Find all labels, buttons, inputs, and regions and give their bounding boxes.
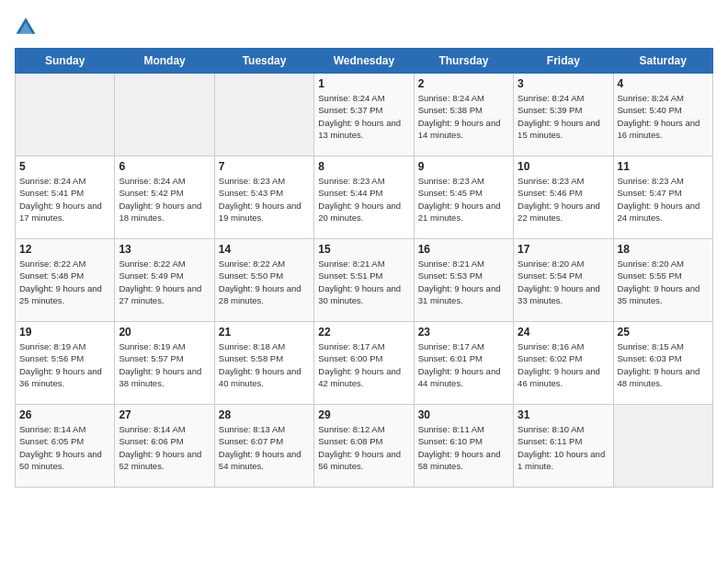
day-number: 16 xyxy=(418,243,509,256)
day-number: 28 xyxy=(219,408,310,421)
day-info: Sunrise: 8:24 AM Sunset: 5:40 PM Dayligh… xyxy=(618,92,709,141)
calendar-cell xyxy=(214,74,313,156)
calendar-cell xyxy=(613,405,712,488)
day-number: 21 xyxy=(219,326,310,339)
calendar-week-row: 26Sunrise: 8:14 AM Sunset: 6:05 PM Dayli… xyxy=(16,405,713,488)
day-number: 31 xyxy=(518,408,609,421)
calendar-cell: 8Sunrise: 8:23 AM Sunset: 5:44 PM Daylig… xyxy=(314,156,414,239)
calendar-cell: 15Sunrise: 8:21 AM Sunset: 5:51 PM Dayli… xyxy=(314,239,414,322)
calendar-cell: 31Sunrise: 8:10 AM Sunset: 6:11 PM Dayli… xyxy=(514,405,613,488)
calendar-cell: 27Sunrise: 8:14 AM Sunset: 6:06 PM Dayli… xyxy=(115,405,214,488)
calendar-header-row: SundayMondayTuesdayWednesdayThursdayFrid… xyxy=(16,49,713,74)
calendar-body: 1Sunrise: 8:24 AM Sunset: 5:37 PM Daylig… xyxy=(16,74,713,488)
day-of-week-header: Tuesday xyxy=(214,49,313,74)
day-number: 10 xyxy=(518,160,609,173)
calendar-cell: 11Sunrise: 8:23 AM Sunset: 5:47 PM Dayli… xyxy=(613,156,712,239)
day-info: Sunrise: 8:22 AM Sunset: 5:49 PM Dayligh… xyxy=(119,258,210,306)
calendar-week-row: 1Sunrise: 8:24 AM Sunset: 5:37 PM Daylig… xyxy=(16,74,713,156)
day-info: Sunrise: 8:23 AM Sunset: 5:44 PM Dayligh… xyxy=(318,175,409,224)
calendar-cell: 13Sunrise: 8:22 AM Sunset: 5:49 PM Dayli… xyxy=(115,239,214,322)
day-info: Sunrise: 8:21 AM Sunset: 5:51 PM Dayligh… xyxy=(318,258,409,306)
day-info: Sunrise: 8:19 AM Sunset: 5:57 PM Dayligh… xyxy=(119,340,210,389)
day-number: 20 xyxy=(119,326,210,339)
day-number: 30 xyxy=(418,408,509,421)
day-info: Sunrise: 8:21 AM Sunset: 5:53 PM Dayligh… xyxy=(418,258,509,306)
day-number: 3 xyxy=(518,77,609,90)
day-info: Sunrise: 8:24 AM Sunset: 5:42 PM Dayligh… xyxy=(119,175,210,224)
day-info: Sunrise: 8:17 AM Sunset: 6:00 PM Dayligh… xyxy=(318,340,409,389)
day-number: 25 xyxy=(618,326,709,339)
calendar-cell: 3Sunrise: 8:24 AM Sunset: 5:39 PM Daylig… xyxy=(514,74,613,156)
day-number: 4 xyxy=(618,77,709,90)
calendar-cell: 16Sunrise: 8:21 AM Sunset: 5:53 PM Dayli… xyxy=(414,239,513,322)
day-info: Sunrise: 8:23 AM Sunset: 5:45 PM Dayligh… xyxy=(418,175,509,224)
day-of-week-header: Monday xyxy=(115,49,214,74)
calendar-cell: 10Sunrise: 8:23 AM Sunset: 5:46 PM Dayli… xyxy=(514,156,613,239)
calendar-cell xyxy=(115,74,214,156)
calendar-cell: 21Sunrise: 8:18 AM Sunset: 5:58 PM Dayli… xyxy=(214,322,313,405)
day-of-week-header: Sunday xyxy=(16,49,115,74)
calendar-cell: 22Sunrise: 8:17 AM Sunset: 6:00 PM Dayli… xyxy=(314,322,414,405)
day-info: Sunrise: 8:19 AM Sunset: 5:56 PM Dayligh… xyxy=(19,340,110,389)
day-number: 26 xyxy=(19,408,110,421)
day-number: 1 xyxy=(318,77,409,90)
day-info: Sunrise: 8:24 AM Sunset: 5:39 PM Dayligh… xyxy=(518,92,609,141)
calendar-cell xyxy=(16,74,115,156)
day-number: 6 xyxy=(119,160,210,173)
calendar-week-row: 5Sunrise: 8:24 AM Sunset: 5:41 PM Daylig… xyxy=(16,156,713,239)
day-number: 5 xyxy=(19,160,110,173)
calendar-cell: 18Sunrise: 8:20 AM Sunset: 5:55 PM Dayli… xyxy=(613,239,712,322)
calendar-cell: 2Sunrise: 8:24 AM Sunset: 5:38 PM Daylig… xyxy=(414,74,513,156)
calendar-cell: 17Sunrise: 8:20 AM Sunset: 5:54 PM Dayli… xyxy=(514,239,613,322)
day-number: 18 xyxy=(618,243,709,256)
calendar-cell: 23Sunrise: 8:17 AM Sunset: 6:01 PM Dayli… xyxy=(414,322,513,405)
calendar-cell: 7Sunrise: 8:23 AM Sunset: 5:43 PM Daylig… xyxy=(214,156,313,239)
day-info: Sunrise: 8:22 AM Sunset: 5:50 PM Dayligh… xyxy=(219,258,310,306)
day-info: Sunrise: 8:24 AM Sunset: 5:37 PM Dayligh… xyxy=(318,92,409,141)
day-info: Sunrise: 8:13 AM Sunset: 6:07 PM Dayligh… xyxy=(219,423,310,472)
day-number: 17 xyxy=(518,243,609,256)
day-info: Sunrise: 8:22 AM Sunset: 5:48 PM Dayligh… xyxy=(19,258,110,306)
day-number: 19 xyxy=(19,326,110,339)
calendar-cell: 29Sunrise: 8:12 AM Sunset: 6:08 PM Dayli… xyxy=(314,405,414,488)
day-info: Sunrise: 8:18 AM Sunset: 5:58 PM Dayligh… xyxy=(219,340,310,389)
calendar-cell: 1Sunrise: 8:24 AM Sunset: 5:37 PM Daylig… xyxy=(314,74,414,156)
day-number: 2 xyxy=(418,77,509,90)
day-number: 22 xyxy=(318,326,409,339)
logo-icon xyxy=(15,15,37,37)
day-info: Sunrise: 8:23 AM Sunset: 5:47 PM Dayligh… xyxy=(618,175,709,224)
day-of-week-header: Wednesday xyxy=(314,49,414,74)
day-number: 13 xyxy=(119,243,210,256)
calendar-cell: 26Sunrise: 8:14 AM Sunset: 6:05 PM Dayli… xyxy=(16,405,115,488)
calendar-table: SundayMondayTuesdayWednesdayThursdayFrid… xyxy=(15,48,713,488)
calendar-cell: 5Sunrise: 8:24 AM Sunset: 5:41 PM Daylig… xyxy=(16,156,115,239)
day-info: Sunrise: 8:14 AM Sunset: 6:06 PM Dayligh… xyxy=(119,423,210,472)
calendar-cell: 14Sunrise: 8:22 AM Sunset: 5:50 PM Dayli… xyxy=(214,239,313,322)
calendar-cell: 30Sunrise: 8:11 AM Sunset: 6:10 PM Dayli… xyxy=(414,405,513,488)
day-number: 23 xyxy=(418,326,509,339)
calendar-cell: 6Sunrise: 8:24 AM Sunset: 5:42 PM Daylig… xyxy=(115,156,214,239)
day-info: Sunrise: 8:24 AM Sunset: 5:38 PM Dayligh… xyxy=(418,92,509,141)
calendar-cell: 24Sunrise: 8:16 AM Sunset: 6:02 PM Dayli… xyxy=(514,322,613,405)
calendar-cell: 19Sunrise: 8:19 AM Sunset: 5:56 PM Dayli… xyxy=(16,322,115,405)
day-number: 27 xyxy=(119,408,210,421)
calendar-cell: 4Sunrise: 8:24 AM Sunset: 5:40 PM Daylig… xyxy=(613,74,712,156)
calendar-cell: 20Sunrise: 8:19 AM Sunset: 5:57 PM Dayli… xyxy=(115,322,214,405)
day-info: Sunrise: 8:20 AM Sunset: 5:54 PM Dayligh… xyxy=(518,258,609,306)
day-of-week-header: Saturday xyxy=(613,49,712,74)
day-info: Sunrise: 8:24 AM Sunset: 5:41 PM Dayligh… xyxy=(19,175,110,224)
calendar-cell: 25Sunrise: 8:15 AM Sunset: 6:03 PM Dayli… xyxy=(613,322,712,405)
logo xyxy=(15,15,40,37)
day-number: 14 xyxy=(219,243,310,256)
day-info: Sunrise: 8:16 AM Sunset: 6:02 PM Dayligh… xyxy=(518,340,609,389)
day-number: 24 xyxy=(518,326,609,339)
day-info: Sunrise: 8:23 AM Sunset: 5:46 PM Dayligh… xyxy=(518,175,609,224)
calendar-week-row: 12Sunrise: 8:22 AM Sunset: 5:48 PM Dayli… xyxy=(16,239,713,322)
day-info: Sunrise: 8:14 AM Sunset: 6:05 PM Dayligh… xyxy=(19,423,110,472)
calendar-cell: 9Sunrise: 8:23 AM Sunset: 5:45 PM Daylig… xyxy=(414,156,513,239)
day-info: Sunrise: 8:23 AM Sunset: 5:43 PM Dayligh… xyxy=(219,175,310,224)
calendar-cell: 12Sunrise: 8:22 AM Sunset: 5:48 PM Dayli… xyxy=(16,239,115,322)
day-of-week-header: Friday xyxy=(514,49,613,74)
day-info: Sunrise: 8:10 AM Sunset: 6:11 PM Dayligh… xyxy=(518,423,609,472)
day-number: 7 xyxy=(219,160,310,173)
